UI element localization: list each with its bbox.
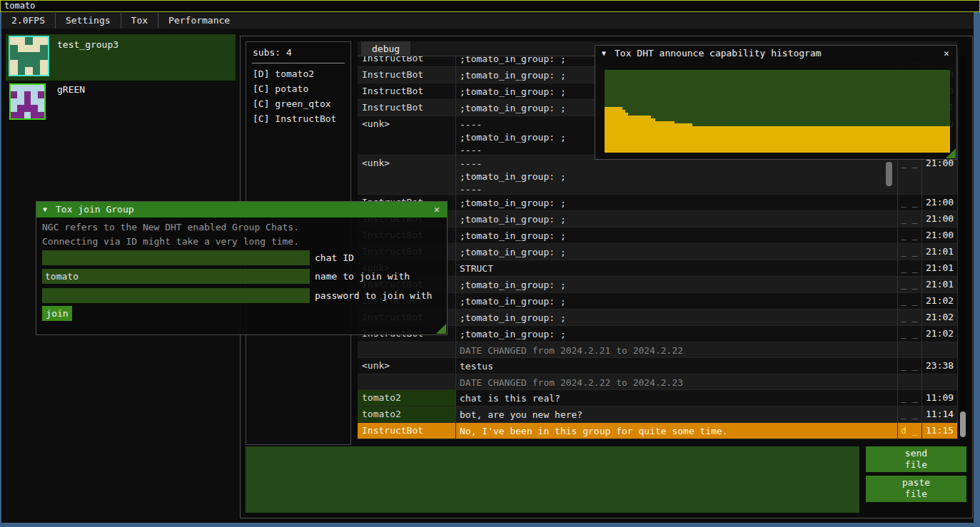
group-item-test_group3[interactable]: test_group3 bbox=[6, 34, 236, 81]
timestamp-cell: 21:01 bbox=[921, 260, 958, 276]
column-separator bbox=[957, 56, 958, 439]
window-titlebar[interactable]: tomato bbox=[0, 0, 980, 12]
column-separator bbox=[455, 56, 456, 439]
status-cell: _ _ bbox=[897, 390, 921, 406]
tab-debug[interactable]: debug bbox=[361, 41, 410, 56]
close-icon[interactable]: ✕ bbox=[431, 202, 443, 218]
status-cell: _ _ bbox=[897, 227, 921, 243]
chat-scrollbar-track[interactable] bbox=[960, 56, 966, 439]
status-cell: _ _ bbox=[897, 406, 921, 422]
message-cell: ;tomato_in_group: ; bbox=[455, 195, 897, 210]
group-avatar bbox=[9, 83, 46, 120]
status-cell: d _ bbox=[897, 423, 921, 439]
message-row[interactable]: InstructBotNo, I've been in this group f… bbox=[358, 423, 958, 439]
histogram-bar bbox=[674, 123, 692, 153]
dht-histogram-titlebar[interactable]: ▼ Tox DHT announce capability histogram … bbox=[595, 46, 956, 61]
app-screen: tomato 2.0FPSSettingsToxPerformance test… bbox=[0, 0, 980, 527]
message-cell: No, I've been in this group for quite so… bbox=[455, 423, 897, 439]
message-row[interactable]: InstructBot;tomato_in_group: ;_ _21:01 bbox=[358, 277, 958, 293]
sender-cell: InstructBot bbox=[358, 56, 455, 66]
sender-cell: <unk> bbox=[358, 358, 455, 374]
histogram-plot bbox=[605, 70, 950, 153]
message-cell: bot, are you new here? bbox=[455, 406, 897, 422]
collapse-icon[interactable]: ▼ bbox=[43, 202, 47, 218]
sender-cell: InstructBot bbox=[358, 100, 455, 116]
paste-file-button[interactable]: paste file bbox=[866, 476, 966, 502]
message-cell: DATE CHANGED from 2024.2.22 to 2024.2.23 bbox=[455, 374, 897, 389]
member-item[interactable]: [D] tomato2 bbox=[246, 66, 350, 81]
system-row[interactable]: DATE CHANGED from 2024.2.21 to 2024.2.22 bbox=[358, 342, 958, 358]
group-item-gREEN[interactable]: gREEN bbox=[6, 82, 236, 125]
message-cell: ;tomato_in_group: ; bbox=[455, 277, 897, 292]
message-cell: ---- ;tomato_in_group: ; ---- bbox=[455, 155, 897, 194]
sender-cell: InstructBot bbox=[358, 67, 455, 83]
close-icon[interactable]: ✕ bbox=[941, 46, 952, 61]
message-row[interactable]: InstructBot;tomato_in_group: ;_ _21:00 bbox=[358, 227, 958, 244]
join-group-title: Tox join Group bbox=[56, 202, 134, 218]
histogram-bar bbox=[628, 116, 651, 153]
status-cell: _ _ bbox=[897, 358, 921, 374]
message-input[interactable] bbox=[246, 446, 859, 513]
message-cell: ;tomato_in_group: ; bbox=[455, 326, 897, 342]
members-count-label: subs: 4 bbox=[246, 42, 350, 58]
join-password-field[interactable] bbox=[42, 288, 310, 303]
message-row[interactable]: InstructBot;tomato_in_group: ;_ _21:02 bbox=[358, 293, 958, 309]
window-border-left bbox=[0, 12, 1, 527]
join-button[interactable]: join bbox=[42, 306, 72, 321]
sender-cell: <unk> bbox=[358, 116, 455, 155]
timestamp-cell: 11:09 bbox=[921, 390, 958, 406]
system-row[interactable]: DATE CHANGED from 2024.2.22 to 2024.2.23 bbox=[358, 374, 958, 390]
timestamp-cell: 21:00 bbox=[921, 155, 958, 194]
timestamp-cell: 11:14 bbox=[921, 406, 958, 422]
send-file-button[interactable]: send file bbox=[866, 446, 966, 472]
timestamp-cell: 21:02 bbox=[921, 293, 958, 309]
member-item[interactable]: [C] potato bbox=[246, 81, 350, 96]
menu-item-settings[interactable]: Settings bbox=[55, 13, 121, 29]
message-row[interactable]: InstructBot;tomato_in_group: ;_ _21:01 bbox=[358, 244, 958, 260]
message-row[interactable]: tomato2bot, are you new here?_ _11:14 bbox=[358, 406, 958, 423]
collapse-icon[interactable]: ▼ bbox=[602, 46, 606, 61]
join-group-titlebar[interactable]: ▼ Tox join Group ✕ bbox=[36, 202, 447, 218]
chat-id-field[interactable] bbox=[42, 250, 310, 265]
message-cell-scrollbar-thumb[interactable] bbox=[886, 162, 892, 186]
group-avatar bbox=[9, 36, 49, 76]
message-row[interactable]: <unk>---- ;tomato_in_group: ; ----_ _21:… bbox=[358, 155, 958, 195]
members-separator bbox=[252, 63, 345, 63]
resize-grip[interactable] bbox=[436, 324, 446, 334]
chat-scrollbar-thumb[interactable] bbox=[960, 411, 966, 437]
message-row[interactable]: InstructBot;tomato_in_group: ;_ _21:00 bbox=[358, 195, 958, 211]
window-border-bottom bbox=[0, 523, 980, 527]
message-row[interactable]: <unk>STRUCT_ _21:01 bbox=[358, 260, 958, 277]
timestamp-cell: 21:01 bbox=[921, 244, 958, 260]
message-row[interactable]: InstructBot;tomato_in_group: ;_ _21:02 bbox=[358, 309, 958, 326]
menu-item-2-0fps[interactable]: 2.0FPS bbox=[1, 13, 55, 29]
join-name-field[interactable] bbox=[42, 269, 310, 284]
sender-cell: tomato2 bbox=[358, 406, 455, 422]
status-cell: _ _ bbox=[897, 211, 921, 227]
dht-histogram-title: Tox DHT announce capability histogram bbox=[615, 46, 822, 61]
message-row[interactable]: tomato2chat is this real?_ _11:09 bbox=[358, 390, 958, 406]
message-row[interactable]: <unk>testus_ _23:38 bbox=[358, 358, 958, 374]
message-cell: DATE CHANGED from 2024.2.21 to 2024.2.22 bbox=[455, 342, 897, 357]
sender-cell: InstructBot bbox=[358, 423, 455, 439]
timestamp-cell: 11:15 bbox=[921, 423, 958, 439]
dht-histogram-window: ▼ Tox DHT announce capability histogram … bbox=[595, 45, 957, 160]
message-cell: testus bbox=[455, 358, 897, 374]
message-row[interactable]: InstructBot;tomato_in_group: ;_ _21:02 bbox=[358, 326, 958, 342]
message-cell: ;tomato_in_group: ; bbox=[455, 293, 897, 309]
window-border-right bbox=[974, 12, 980, 527]
message-cell: STRUCT bbox=[455, 260, 897, 276]
member-item[interactable]: [C] green_qtox bbox=[246, 96, 350, 111]
menu-item-tox[interactable]: Tox bbox=[121, 13, 158, 29]
member-item[interactable]: [C] InstructBot bbox=[246, 111, 350, 126]
resize-grip[interactable] bbox=[946, 148, 956, 158]
chat-id-label: chat ID bbox=[315, 250, 354, 265]
message-row[interactable]: InstructBot;tomato_in_group: ;_ _21:00 bbox=[358, 211, 958, 227]
menu-item-performance[interactable]: Performance bbox=[158, 13, 240, 29]
timestamp-cell: 21:00 bbox=[921, 227, 958, 243]
status-cell: _ _ bbox=[897, 244, 921, 260]
message-cell: ;tomato_in_group: ; bbox=[455, 227, 897, 243]
message-cell: ;tomato_in_group: ; bbox=[455, 309, 897, 325]
status-cell: _ _ bbox=[897, 195, 921, 210]
timestamp-cell: 21:02 bbox=[921, 326, 958, 342]
